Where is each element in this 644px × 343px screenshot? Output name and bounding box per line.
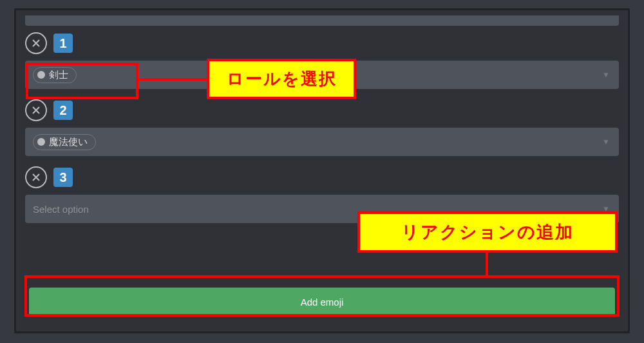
close-icon xyxy=(31,38,41,48)
remove-row-button[interactable] xyxy=(25,166,47,188)
role-select-empty[interactable]: Select option ▼ xyxy=(25,195,619,223)
row-header: 2 xyxy=(25,99,619,121)
chevron-down-icon: ▼ xyxy=(602,137,610,146)
row-number-badge: 3 xyxy=(53,168,73,187)
add-emoji-button[interactable]: Add emoji xyxy=(29,288,615,316)
previous-row-sliver xyxy=(25,15,619,26)
row-header: 1 xyxy=(25,32,619,54)
panel: 1 剣士 ▼ 2 魔法使い ▼ 3 Select option ▼ Add em… xyxy=(14,8,630,333)
role-chip-label: 剣士 xyxy=(49,69,68,81)
row-number-badge: 2 xyxy=(53,101,73,120)
chevron-down-icon: ▼ xyxy=(602,70,610,79)
remove-row-button[interactable] xyxy=(25,32,47,54)
close-icon xyxy=(31,105,41,115)
row-number-badge: 1 xyxy=(53,34,73,53)
select-placeholder: Select option xyxy=(33,204,89,215)
role-color-dot xyxy=(37,71,45,79)
role-select[interactable]: 剣士 ▼ xyxy=(25,61,619,89)
role-chip[interactable]: 剣士 xyxy=(33,67,77,83)
close-icon xyxy=(31,172,41,182)
chevron-down-icon: ▼ xyxy=(602,204,610,213)
role-chip-label: 魔法使い xyxy=(49,136,88,148)
role-color-dot xyxy=(37,138,45,146)
row-header: 3 xyxy=(25,166,619,188)
role-chip[interactable]: 魔法使い xyxy=(33,134,96,150)
role-select[interactable]: 魔法使い ▼ xyxy=(25,128,619,156)
add-emoji-label: Add emoji xyxy=(301,297,344,308)
remove-row-button[interactable] xyxy=(25,99,47,121)
